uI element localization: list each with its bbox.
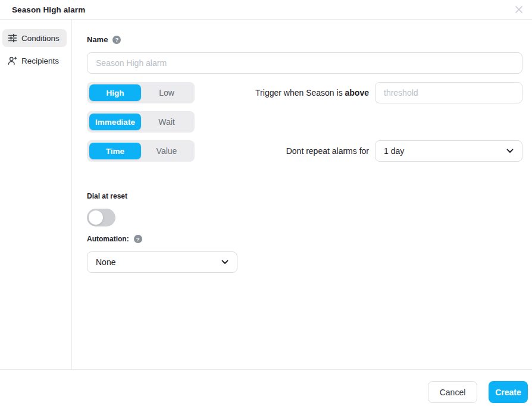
close-icon bbox=[515, 5, 523, 14]
automation-select-value: None bbox=[96, 257, 115, 267]
name-help-icon[interactable]: ? bbox=[112, 36, 121, 44]
modal-title: Season High alarm bbox=[12, 5, 85, 14]
modal-body: Conditions Recipients Name ? bbox=[0, 20, 532, 369]
name-input[interactable] bbox=[87, 52, 522, 74]
sidebar: Conditions Recipients bbox=[0, 20, 72, 369]
automation-help-icon[interactable]: ? bbox=[134, 235, 142, 243]
high-low-toggle[interactable]: High Low bbox=[87, 82, 195, 103]
toggle-option-immediate[interactable]: Immediate bbox=[89, 114, 141, 130]
switch-knob bbox=[89, 210, 103, 225]
sidebar-item-label: Recipients bbox=[21, 56, 59, 65]
time-value-toggle[interactable]: Time Value bbox=[87, 140, 195, 162]
toggle-option-time[interactable]: Time bbox=[89, 143, 141, 159]
sliders-icon bbox=[8, 33, 17, 43]
dial-at-reset-label-row: Dial at reset bbox=[87, 190, 522, 201]
immediate-wait-row: Immediate Wait bbox=[87, 111, 522, 133]
dial-at-reset-switch[interactable] bbox=[87, 209, 115, 226]
conditions-panel: Name ? High Low Trigger when Season is a… bbox=[72, 20, 532, 369]
name-input-wrap bbox=[87, 52, 522, 74]
repeat-label: Dont repeat alarms for bbox=[286, 146, 369, 156]
immediate-wait-toggle[interactable]: Immediate Wait bbox=[87, 111, 195, 133]
trigger-label-prefix: Trigger when Season is bbox=[255, 88, 343, 97]
automation-select[interactable]: None bbox=[87, 251, 237, 273]
automation-label-row: Automation: ? bbox=[87, 235, 522, 243]
sidebar-item-recipients[interactable]: Recipients bbox=[2, 52, 67, 70]
chevron-down-icon bbox=[506, 149, 514, 153]
automation-label: Automation: bbox=[87, 235, 129, 243]
modal-footer: Cancel Create bbox=[0, 369, 532, 406]
modal-header: Season High alarm bbox=[0, 0, 532, 20]
threshold-input[interactable] bbox=[375, 82, 522, 103]
name-label: Name bbox=[87, 35, 108, 44]
name-label-row: Name ? bbox=[87, 35, 522, 44]
repeat-select[interactable]: 1 day bbox=[375, 140, 522, 162]
trigger-label: Trigger when Season is above bbox=[255, 88, 369, 97]
trigger-label-above: above bbox=[345, 88, 369, 97]
person-plus-icon bbox=[8, 56, 17, 65]
create-button[interactable]: Create bbox=[489, 381, 528, 403]
cancel-button[interactable]: Cancel bbox=[428, 381, 477, 403]
toggle-option-high[interactable]: High bbox=[89, 84, 141, 101]
dial-at-reset-label: Dial at reset bbox=[87, 192, 127, 200]
repeat-group: Dont repeat alarms for 1 day bbox=[286, 140, 522, 162]
toggle-option-value[interactable]: Value bbox=[141, 146, 192, 156]
toggle-option-low[interactable]: Low bbox=[141, 88, 192, 97]
sidebar-item-conditions[interactable]: Conditions bbox=[2, 29, 67, 47]
time-value-row: Time Value Dont repeat alarms for 1 day bbox=[87, 140, 522, 162]
high-low-row: High Low Trigger when Season is above bbox=[87, 82, 522, 103]
toggle-option-wait[interactable]: Wait bbox=[141, 117, 192, 127]
trigger-group: Trigger when Season is above bbox=[255, 82, 522, 103]
repeat-select-value: 1 day bbox=[384, 146, 404, 156]
close-button[interactable] bbox=[512, 2, 526, 17]
chevron-down-icon bbox=[221, 260, 229, 265]
sidebar-item-label: Conditions bbox=[21, 34, 60, 43]
alarm-modal: Season High alarm bbox=[0, 0, 532, 406]
